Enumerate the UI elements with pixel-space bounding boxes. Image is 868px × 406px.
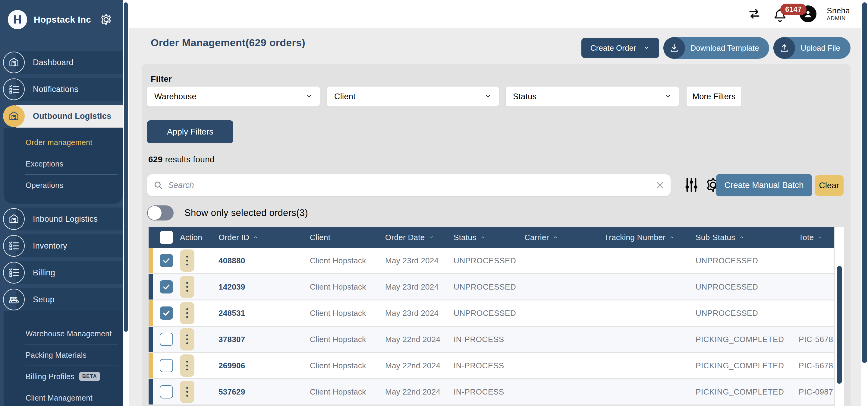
sidebar-item-warehouse-management[interactable]: Warehouse Management — [4, 323, 123, 344]
sub-status-cell: UNPROCESSED — [695, 282, 799, 292]
sidebar-item-billing[interactable]: Billing — [0, 261, 123, 284]
table-row: 378307 Client Hopstack May 22nd 2024 IN-… — [149, 327, 834, 352]
order-id-link[interactable]: 142039 — [218, 282, 310, 292]
sidebar-item-exceptions[interactable]: Exceptions — [4, 153, 123, 174]
row-actions-kebab-icon[interactable] — [180, 302, 194, 324]
client-cell: Client Hopstack — [310, 387, 385, 397]
selected-orders-toggle-row: Show only selected orders(3) — [147, 205, 308, 221]
row-checkbox[interactable] — [160, 280, 173, 293]
row-actions-kebab-icon[interactable] — [180, 381, 194, 403]
notifications-bell[interactable]: 6147 — [772, 5, 789, 22]
more-filters-button[interactable]: More Filters — [687, 87, 741, 107]
client-dropdown-value: Client — [334, 92, 355, 102]
row-actions-kebab-icon[interactable] — [180, 354, 194, 377]
status-dropdown[interactable]: Status — [506, 87, 679, 107]
search-icon — [153, 180, 163, 190]
sub-status-cell: PICKING_COMPLETED — [695, 361, 799, 370]
order-id-link[interactable]: 269906 — [218, 361, 310, 370]
order-date-cell: May 23rd 2024 — [385, 309, 454, 318]
sub-status-cell: UNPROCESSED — [695, 256, 799, 265]
order-id-link[interactable]: 537629 — [218, 387, 310, 397]
sidebar-item-label: Dashboard — [33, 58, 73, 67]
order-date-cell: May 23rd 2024 — [385, 282, 454, 292]
warehouse-dropdown[interactable]: Warehouse — [147, 87, 320, 107]
row-stripe — [149, 379, 153, 405]
clear-search-x-icon[interactable] — [655, 181, 664, 190]
sort-up-icon — [669, 235, 675, 239]
sidebar-scrollbar[interactable] — [123, 0, 129, 406]
sidebar-item-inbound-logistics[interactable]: Inbound Logistics — [0, 207, 123, 230]
user-role: ADMIN — [827, 16, 850, 22]
upload-file-button[interactable]: Upload File — [773, 37, 850, 59]
order-id-link[interactable]: 248531 — [218, 309, 310, 318]
download-template-button[interactable]: Download Template — [663, 37, 770, 59]
sidebar-item-label: Inbound Logistics — [33, 214, 98, 224]
sort-up-icon — [479, 235, 486, 239]
select-all-checkbox[interactable] — [160, 231, 173, 244]
client-cell: Client Hopstack — [310, 309, 385, 318]
sidebar-item-dashboard[interactable]: Dashboard — [0, 51, 123, 74]
client-cell: Client Hopstack — [310, 335, 385, 344]
row-checkbox[interactable] — [160, 359, 173, 372]
sidebar-settings-gear-icon[interactable] — [99, 13, 113, 26]
sidebar-item-setup[interactable]: Setup — [0, 288, 123, 311]
page-scrollbar[interactable] — [861, 0, 868, 406]
sidebar-item-billing-profiles[interactable]: Billing Profiles BETA — [4, 366, 123, 387]
create-order-button[interactable]: Create Order — [581, 38, 659, 58]
row-stripe — [149, 248, 153, 273]
swap-arrows-icon[interactable] — [747, 7, 762, 21]
column-sliders-icon[interactable] — [683, 176, 700, 193]
checklist-icon — [3, 262, 25, 284]
sidebar-item-packing-materials[interactable]: Packing Materials — [4, 345, 123, 366]
table-body: 408880 Client Hopstack May 23rd 2024 UNP… — [149, 248, 834, 405]
order-id-link[interactable]: 378307 — [218, 335, 310, 344]
table-header-row: Action Order ID Client Order Date Status… — [149, 227, 834, 248]
client-dropdown[interactable]: Client — [327, 87, 499, 107]
column-header-sub-status[interactable]: Sub-Status — [695, 233, 799, 242]
column-header-status[interactable]: Status — [454, 233, 524, 242]
row-checkbox[interactable] — [160, 254, 173, 267]
column-header-order-date[interactable]: Order Date — [385, 233, 454, 242]
create-manual-batch-button[interactable]: Create Manual Batch — [716, 174, 812, 196]
sidebar-item-order-management[interactable]: Order management — [4, 132, 123, 153]
sidebar-item-notifications[interactable]: Notifications — [0, 78, 123, 101]
user-info[interactable]: Sneha ADMIN — [827, 6, 850, 22]
row-actions-kebab-icon[interactable] — [180, 276, 194, 298]
row-checkbox[interactable] — [160, 333, 173, 346]
column-header-tracking-number[interactable]: Tracking Number — [604, 233, 695, 242]
row-checkbox[interactable] — [160, 307, 173, 320]
logo-letter: H — [13, 13, 22, 26]
show-selected-toggle[interactable] — [147, 205, 174, 221]
page-scrollbar-thumb[interactable] — [862, 2, 867, 363]
row-actions-kebab-icon[interactable] — [180, 328, 194, 350]
sort-up-icon — [817, 235, 824, 239]
column-header-carrier[interactable]: Carrier — [524, 233, 604, 242]
row-stripe — [149, 327, 153, 352]
sidebar-scrollbar-thumb[interactable] — [124, 2, 128, 332]
warehouse-dropdown-value: Warehouse — [154, 92, 196, 102]
row-actions-kebab-icon[interactable] — [180, 250, 194, 272]
sidebar-item-outbound-logistics[interactable]: Outbound Logistics — [0, 105, 123, 127]
checklist-icon — [3, 79, 25, 100]
sidebar-item-operations[interactable]: Operations — [4, 175, 123, 196]
search-input[interactable] — [168, 181, 655, 190]
apply-filters-button[interactable]: Apply Filters — [147, 120, 233, 143]
clear-button[interactable]: Clear — [815, 175, 844, 196]
sort-up-icon — [252, 235, 259, 239]
row-checkbox[interactable] — [160, 385, 173, 399]
checklist-icon — [3, 235, 25, 257]
table-scrollbar[interactable] — [835, 227, 844, 406]
warehouse-icon — [3, 52, 25, 73]
client-cell: Client Hopstack — [310, 361, 385, 370]
column-header-order-id[interactable]: Order ID — [218, 233, 310, 242]
order-id-link[interactable]: 408880 — [218, 256, 310, 265]
table-scrollbar-thumb[interactable] — [837, 266, 842, 384]
sort-up-icon — [738, 235, 745, 239]
sidebar-item-client-management[interactable]: Client Management — [4, 387, 123, 406]
column-header-tote[interactable]: Tote — [799, 233, 834, 242]
sidebar-item-inventory[interactable]: Inventory — [0, 234, 123, 257]
sub-status-cell: PICKING_COMPLETED — [695, 335, 799, 344]
column-header-client: Client — [310, 233, 385, 242]
app-window: H Hopstack Inc Dashboard Notifications O… — [0, 0, 868, 406]
client-cell: Client Hopstack — [310, 282, 385, 292]
